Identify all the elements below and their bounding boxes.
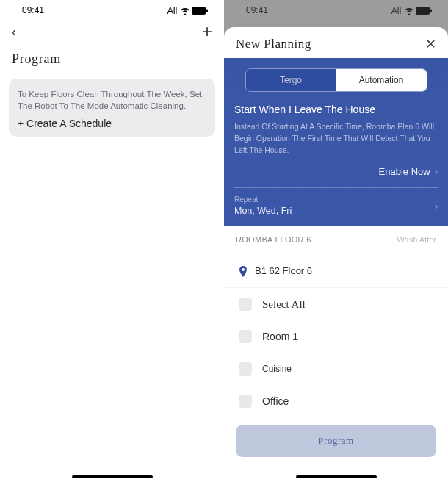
new-planning-sheet: New Planning ✕ Tergo Automation Start Wh… bbox=[224, 27, 448, 485]
room-row[interactable]: Cuisine bbox=[224, 353, 448, 385]
checkbox-office[interactable] bbox=[239, 395, 252, 408]
repeat-value: Mon, Wed, Fri bbox=[234, 206, 292, 216]
enable-now-label: Enable Now bbox=[379, 166, 430, 177]
repeat-row[interactable]: Repeat Mon, Wed, Fri › bbox=[234, 195, 438, 216]
location-text: B1 62 Floor 6 bbox=[255, 265, 312, 276]
phone-right: 09:41 All New Planning ✕ Tergo Automatio… bbox=[224, 0, 448, 485]
home-indicator[interactable] bbox=[72, 475, 153, 478]
phone-left: 09:41 All ‹ + Program To Keep Floors Cle… bbox=[0, 0, 224, 485]
add-button[interactable]: + bbox=[202, 21, 212, 42]
carrier-label: All bbox=[167, 5, 177, 16]
panel-description: Instead Of Starting At A Specific Time, … bbox=[234, 121, 438, 156]
status-right: All bbox=[391, 5, 432, 16]
svg-rect-0 bbox=[192, 7, 206, 15]
program-button[interactable]: Program bbox=[236, 425, 436, 457]
checkbox-cuisine[interactable] bbox=[239, 362, 252, 376]
location-row[interactable]: B1 62 Floor 6 bbox=[224, 251, 448, 288]
carrier-label: All bbox=[391, 5, 401, 16]
checkbox-room1[interactable] bbox=[239, 330, 252, 343]
segment-tergo[interactable]: Tergo bbox=[246, 69, 336, 91]
sheet-title: New Planning bbox=[236, 37, 311, 51]
battery-icon bbox=[192, 7, 208, 15]
select-all-row[interactable]: Select All bbox=[224, 288, 448, 320]
svg-rect-1 bbox=[206, 9, 208, 12]
battery-icon bbox=[416, 7, 432, 15]
wifi-icon bbox=[180, 7, 190, 15]
segmented-control[interactable]: Tergo Automation bbox=[245, 68, 427, 92]
close-button[interactable]: ✕ bbox=[425, 36, 436, 52]
room-label: Cuisine bbox=[262, 364, 292, 374]
status-bar-left: 09:41 All bbox=[0, 0, 224, 21]
checkbox-select-all[interactable] bbox=[239, 298, 252, 311]
repeat-label: Repeat bbox=[234, 195, 292, 204]
status-time: 09:41 bbox=[22, 5, 44, 15]
wifi-icon bbox=[404, 7, 414, 15]
sheet-header: New Planning ✕ bbox=[224, 27, 448, 58]
room-row[interactable]: Room 1 bbox=[224, 320, 448, 353]
home-indicator[interactable] bbox=[296, 475, 377, 478]
select-all-label: Select All bbox=[262, 298, 306, 311]
back-button[interactable]: ‹ bbox=[12, 24, 16, 40]
enable-now-row[interactable]: Enable Now › bbox=[234, 166, 438, 177]
room-label: Office bbox=[262, 395, 289, 407]
status-bar-right: 09:41 All bbox=[224, 0, 448, 21]
room-row[interactable]: Office bbox=[224, 385, 448, 417]
section-header: ROOMBA FLOOR 6 Wash After bbox=[224, 226, 448, 251]
status-time: 09:41 bbox=[246, 5, 268, 15]
chevron-right-icon: › bbox=[435, 166, 438, 177]
pin-icon bbox=[239, 265, 248, 277]
section-device-label: ROOMBA FLOOR 6 bbox=[236, 235, 311, 244]
chevron-right-icon: › bbox=[435, 201, 438, 212]
section-wash-after[interactable]: Wash After bbox=[397, 235, 436, 244]
room-label: Room 1 bbox=[262, 331, 298, 342]
svg-rect-3 bbox=[430, 9, 432, 12]
panel-title: Start When I Leave The House bbox=[234, 104, 438, 115]
svg-rect-2 bbox=[416, 7, 430, 15]
topnav-left: ‹ + bbox=[0, 21, 224, 43]
card-description: To Keep Floors Clean Throughout The Week… bbox=[18, 89, 206, 112]
panel-divider bbox=[234, 187, 438, 188]
create-schedule-action[interactable]: + Create A Schedule bbox=[18, 118, 206, 129]
planning-config-panel: Tergo Automation Start When I Leave The … bbox=[224, 58, 448, 226]
status-right: All bbox=[167, 5, 208, 16]
create-schedule-card[interactable]: To Keep Floors Clean Throughout The Week… bbox=[9, 79, 215, 137]
page-title: Program bbox=[0, 43, 224, 74]
segment-automation[interactable]: Automation bbox=[336, 69, 427, 91]
sheet-footer: Program bbox=[224, 425, 448, 479]
